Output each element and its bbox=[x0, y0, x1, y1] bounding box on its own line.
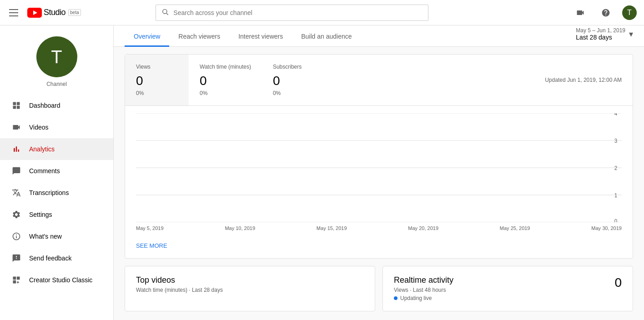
metric-views-label: Views bbox=[136, 64, 178, 70]
see-more-button[interactable]: SEE MORE bbox=[136, 242, 167, 249]
sidebar-item-settings-label: Settings bbox=[29, 211, 52, 218]
sidebar-item-creator-studio-classic-label: Creator Studio Classic bbox=[29, 276, 92, 284]
sidebar-item-whats-new-label: What's new bbox=[29, 233, 62, 240]
chart-svg: 4 3 2 1 0 bbox=[136, 113, 622, 222]
sidebar-item-send-feedback[interactable]: Send feedback bbox=[0, 247, 113, 269]
metric-views-value: 0 bbox=[136, 74, 178, 88]
sidebar-avatar-section: T Channel bbox=[0, 25, 113, 95]
sidebar: T Channel Dashboard Videos bbox=[0, 25, 114, 320]
whats-new-icon bbox=[11, 231, 22, 242]
metric-watch-time-label: Watch time (minutes) bbox=[200, 64, 251, 70]
comment-icon bbox=[11, 165, 22, 176]
content-inner: Views 0 0% Watch time (minutes) 0 0% Sub… bbox=[114, 54, 644, 320]
metric-watch-time: Watch time (minutes) 0 0% bbox=[189, 55, 262, 105]
topbar-left: Studio beta bbox=[7, 7, 81, 18]
sidebar-item-comments[interactable]: Comments bbox=[0, 160, 113, 182]
svg-text:3: 3 bbox=[614, 138, 618, 145]
topbar-right: T bbox=[571, 4, 637, 22]
sidebar-item-settings[interactable]: Settings bbox=[0, 204, 113, 225]
tab-overview[interactable]: Overview bbox=[125, 25, 169, 47]
svg-text:0: 0 bbox=[614, 218, 618, 222]
metric-subscribers: Subscribers 0 0% bbox=[262, 55, 326, 105]
search-bar bbox=[156, 5, 428, 21]
creator-studio-classic-icon bbox=[11, 275, 22, 285]
metric-subscribers-label: Subscribers bbox=[273, 64, 315, 70]
sidebar-item-creator-studio-classic[interactable]: Creator Studio Classic bbox=[0, 269, 113, 291]
hamburger-menu[interactable] bbox=[7, 7, 20, 18]
svg-text:4: 4 bbox=[614, 113, 618, 117]
x-label-3: May 20, 2019 bbox=[408, 225, 438, 231]
logo: Studio beta bbox=[27, 8, 81, 18]
search-input[interactable] bbox=[173, 9, 423, 16]
gear-icon bbox=[11, 209, 22, 220]
sidebar-item-send-feedback-label: Send feedback bbox=[29, 255, 71, 262]
grid-icon bbox=[11, 100, 22, 111]
svg-text:2: 2 bbox=[614, 165, 618, 172]
svg-text:1: 1 bbox=[614, 192, 618, 199]
bottom-cards: Top videos Watch time (minutes) · Last 2… bbox=[125, 266, 633, 311]
tab-build-audience[interactable]: Build an audience bbox=[292, 25, 361, 47]
content-area: Overview Reach viewers Interest viewers … bbox=[114, 25, 644, 320]
date-range-text: May 5 – Jun 1, 2019 bbox=[576, 27, 625, 34]
translate-icon bbox=[11, 187, 22, 198]
metric-views-pct: 0% bbox=[136, 90, 178, 96]
sidebar-item-comments-label: Comments bbox=[29, 167, 60, 175]
sidebar-item-whats-new[interactable]: What's new bbox=[0, 225, 113, 247]
avatar[interactable]: T bbox=[622, 5, 637, 20]
live-dot-icon bbox=[394, 296, 397, 300]
x-label-1: May 10, 2019 bbox=[225, 225, 255, 231]
metric-subscribers-value: 0 bbox=[273, 74, 315, 88]
beta-badge: beta bbox=[68, 9, 80, 16]
x-label-5: May 30, 2019 bbox=[591, 225, 622, 231]
top-videos-subtitle: Watch time (minutes) · Last 28 days bbox=[136, 287, 364, 293]
metric-views: Views 0 0% bbox=[125, 55, 189, 105]
realtime-activity-card: Realtime activity Views · Last 48 hours … bbox=[382, 266, 633, 311]
updating-live-label: Updating live bbox=[400, 295, 432, 301]
sidebar-item-videos-label: Videos bbox=[29, 124, 49, 131]
youtube-icon bbox=[27, 8, 42, 18]
studio-text: Studio bbox=[44, 8, 65, 17]
sidebar-item-dashboard-label: Dashboard bbox=[29, 102, 60, 109]
svg-point-2 bbox=[163, 10, 167, 14]
sidebar-item-transcriptions[interactable]: Transcriptions bbox=[0, 182, 113, 204]
metric-watch-time-pct: 0% bbox=[200, 90, 251, 96]
metrics-row: Views 0 0% Watch time (minutes) 0 0% Sub… bbox=[125, 55, 633, 106]
date-selector[interactable]: May 5 – Jun 1, 2019 Last 28 days ▾ bbox=[576, 27, 633, 46]
sidebar-nav: Dashboard Videos Analytics bbox=[0, 95, 113, 320]
date-main: Last 28 days bbox=[576, 34, 625, 41]
create-button[interactable] bbox=[571, 4, 589, 22]
top-videos-card: Top videos Watch time (minutes) · Last 2… bbox=[125, 266, 375, 311]
see-more-row: SEE MORE bbox=[125, 238, 633, 258]
sidebar-avatar: T bbox=[36, 36, 77, 77]
chevron-down-icon: ▾ bbox=[629, 29, 633, 39]
main-layout: T Channel Dashboard Videos bbox=[0, 25, 644, 320]
search-icon bbox=[161, 8, 169, 17]
help-button[interactable] bbox=[597, 4, 615, 22]
channel-label: Channel bbox=[46, 81, 67, 87]
tab-interest-viewers[interactable]: Interest viewers bbox=[229, 25, 292, 47]
realtime-title: Realtime activity bbox=[394, 275, 453, 285]
tab-reach-viewers[interactable]: Reach viewers bbox=[169, 25, 229, 47]
x-label-4: May 25, 2019 bbox=[500, 225, 530, 231]
sidebar-item-videos[interactable]: Videos bbox=[0, 116, 113, 138]
realtime-subtitle: Views · Last 48 hours bbox=[394, 287, 453, 293]
metric-subscribers-pct: 0% bbox=[273, 90, 315, 96]
sidebar-item-analytics[interactable]: Analytics bbox=[0, 138, 113, 160]
bar-chart-icon bbox=[11, 144, 22, 155]
topbar: Studio beta T bbox=[0, 0, 644, 25]
x-label-0: May 5, 2019 bbox=[136, 225, 164, 231]
date-selector-content: May 5 – Jun 1, 2019 Last 28 days bbox=[576, 27, 625, 41]
updated-text: Updated Jun 1, 2019, 12:00 AM bbox=[545, 77, 633, 83]
sidebar-item-transcriptions-label: Transcriptions bbox=[29, 189, 69, 196]
top-videos-title: Top videos bbox=[136, 275, 364, 285]
chart-x-labels: May 5, 2019 May 10, 2019 May 15, 2019 Ma… bbox=[136, 224, 622, 231]
x-label-2: May 15, 2019 bbox=[317, 225, 347, 231]
sidebar-item-dashboard[interactable]: Dashboard bbox=[0, 95, 113, 116]
sidebar-item-analytics-label: Analytics bbox=[29, 145, 55, 153]
updating-live: Updating live bbox=[394, 295, 453, 301]
realtime-value: 0 bbox=[614, 275, 622, 290]
feedback-icon bbox=[11, 253, 22, 264]
tabs-bar: Overview Reach viewers Interest viewers … bbox=[114, 25, 644, 47]
svg-line-3 bbox=[166, 13, 168, 15]
analytics-card: Views 0 0% Watch time (minutes) 0 0% Sub… bbox=[125, 54, 633, 259]
